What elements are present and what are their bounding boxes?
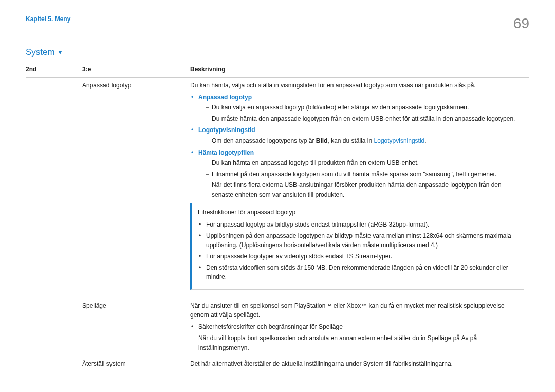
desc-line: Filnamnet på den anpassade logotypen som…	[198, 170, 524, 179]
callout-item: Upplösningen på den anpassade logotypen …	[198, 231, 517, 250]
setting-name-custom-logo: Anpassad logotyp	[82, 78, 190, 298]
desc-line: När det finns flera externa USB-anslutni…	[198, 180, 524, 199]
col-header-2nd: 2nd	[26, 63, 82, 78]
desc-line: När du ansluter till en spelkonsol som P…	[190, 301, 524, 320]
settings-table: 2nd 3:e Beskrivning Anpassad logotyp Du …	[26, 63, 529, 371]
callout-item: För anpassad logotyp av bildtyp stöds en…	[198, 220, 517, 230]
callout-item: Den största videofilen som stöds är 150 …	[198, 263, 517, 282]
desc-line: När du vill koppla bort spelkonsolen och…	[190, 333, 524, 352]
table-row: Anpassad logotyp Du kan hämta, välja och…	[26, 78, 529, 298]
setting-name-game-mode: Spelläge	[82, 298, 190, 356]
subitem-anpassad-logotyp: Anpassad logotyp	[198, 94, 252, 101]
subitem-logotypvisningstid: Logotypvisningstid	[198, 126, 255, 134]
callout-title: Filrestriktioner för anpassad logotyp	[198, 208, 517, 217]
desc-line: Du kan hämta en anpassad logotyp till pr…	[198, 158, 524, 168]
desc-line: Om den anpassade logotypens typ är Bild,…	[198, 136, 524, 146]
section-title: System ▼	[26, 47, 529, 58]
page-number: 69	[513, 15, 529, 32]
setting-name-reset-system: Återställ system	[82, 356, 190, 372]
col-header-3e: 3:e	[82, 63, 190, 78]
desc-line: Du kan välja en anpassad logotyp (bild/v…	[198, 103, 524, 113]
table-row: Spelläge När du ansluter till en spelkon…	[26, 298, 529, 356]
col-header-desc: Beskrivning	[190, 63, 529, 78]
desc-line: Du måste hämta den anpassade logotypen f…	[198, 114, 524, 124]
desc-intro: Du kan hämta, välja och ställa in visnin…	[190, 81, 524, 90]
dropdown-triangle-icon: ▼	[57, 49, 63, 55]
callout-box: Filrestriktioner för anpassad logotyp Fö…	[190, 203, 524, 290]
section-title-text: System	[26, 47, 55, 57]
desc-line: Säkerhetsföreskrifter och begränsningar …	[190, 322, 524, 332]
table-row: Återställ system Det här alternativet åt…	[26, 356, 529, 372]
desc-line: Det här alternativet återställer de aktu…	[190, 356, 529, 372]
subitem-hamta-logotypfilen: Hämta logotypfilen	[198, 149, 254, 156]
callout-item: För anpassade logotyper av videotyp stöd…	[198, 252, 517, 262]
chapter-label: Kapitel 5. Meny	[26, 15, 70, 23]
